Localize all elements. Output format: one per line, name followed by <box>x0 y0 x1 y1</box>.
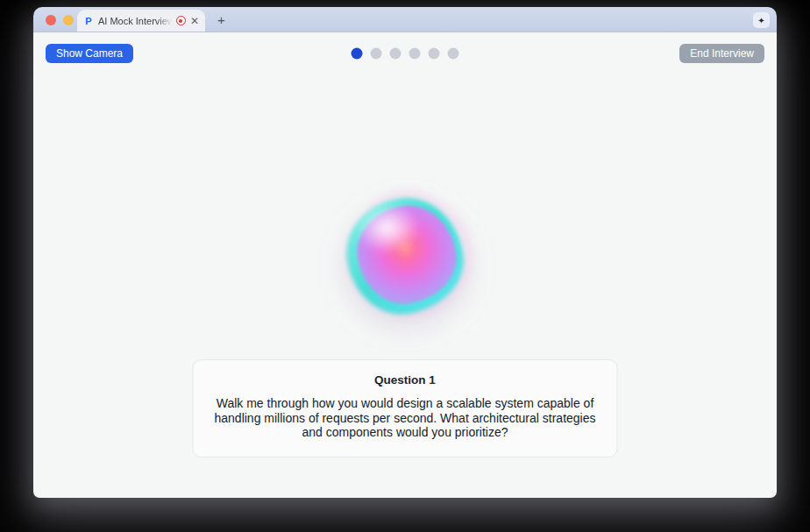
ai-voice-orb <box>348 199 462 313</box>
progress-dot-1 <box>352 48 363 60</box>
tab-close-icon[interactable]: ✕ <box>190 16 199 26</box>
progress-dot-4 <box>409 48 421 60</box>
tab-bar: P AI Mock Interview Assista ✕ + ✦ <box>33 7 777 32</box>
new-tab-button[interactable]: + <box>217 13 225 26</box>
recording-indicator-icon <box>176 16 186 25</box>
browser-window: P AI Mock Interview Assista ✕ + ✦ Show C… <box>33 7 777 498</box>
progress-dot-5 <box>429 48 440 60</box>
end-interview-button[interactable]: End Interview <box>679 44 764 63</box>
progress-dot-6 <box>448 48 459 60</box>
tab-ai-mock-interview[interactable]: P AI Mock Interview Assista ✕ <box>77 10 205 32</box>
minimize-window-button[interactable] <box>63 15 74 25</box>
show-camera-button[interactable]: Show Camera <box>46 44 133 63</box>
desktop-background: P AI Mock Interview Assista ✕ + ✦ Show C… <box>0 0 810 532</box>
tab-title: AI Mock Interview Assista <box>98 16 172 26</box>
app-content: Show Camera End Interview Question 1 Wal… <box>33 32 777 498</box>
question-heading: Question 1 <box>213 373 598 387</box>
question-card: Question 1 Walk me through how you would… <box>193 359 618 458</box>
question-progress-dots <box>352 48 459 60</box>
tab-favicon: P <box>83 16 94 26</box>
close-window-button[interactable] <box>46 15 56 25</box>
question-text: Walk me through how you would design a s… <box>213 396 598 440</box>
progress-dot-2 <box>371 48 382 60</box>
interview-toolbar: Show Camera End Interview <box>46 44 764 63</box>
tab-search-button[interactable]: ✦ <box>753 12 770 28</box>
progress-dot-3 <box>390 48 401 60</box>
orb-highlight <box>355 202 420 253</box>
